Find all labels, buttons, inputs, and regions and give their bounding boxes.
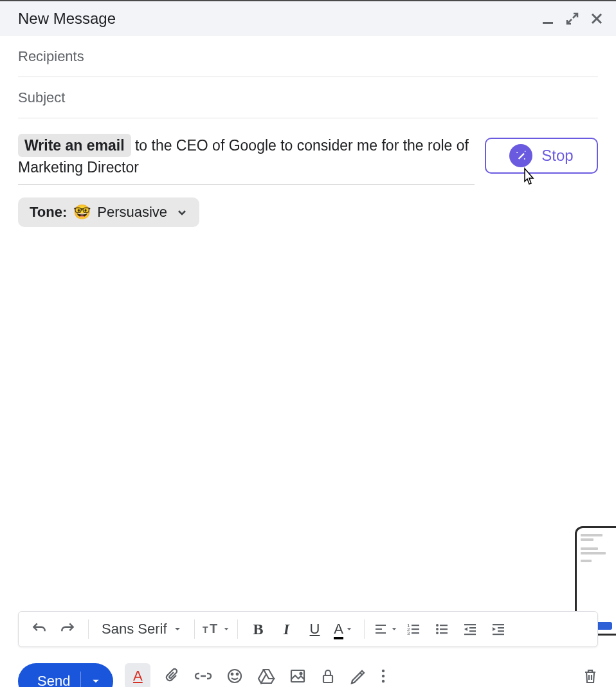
svg-point-12 — [436, 624, 439, 627]
text-color-glyph: A — [334, 621, 343, 637]
svg-point-16 — [436, 632, 439, 634]
stop-button[interactable]: Stop — [485, 138, 598, 174]
numbered-list-button[interactable]: 1 2 3 — [401, 616, 426, 642]
svg-point-2 — [524, 158, 525, 160]
recipients-field[interactable]: Recipients — [18, 36, 598, 77]
stop-button-label: Stop — [541, 147, 573, 165]
svg-text:T: T — [203, 625, 208, 635]
action-bar: Send A — [18, 652, 598, 687]
compose-title: New Message — [18, 10, 116, 28]
insert-image-icon[interactable] — [289, 668, 306, 684]
ai-prompt-text: Write an email to the CEO of Google to c… — [18, 134, 475, 178]
insert-drive-icon[interactable] — [257, 668, 275, 684]
indent-less-button[interactable] — [457, 616, 483, 642]
svg-point-34 — [382, 680, 385, 682]
svg-rect-9 — [412, 628, 419, 630]
svg-point-28 — [237, 673, 239, 675]
italic-button[interactable]: I — [274, 616, 300, 642]
compose-action-icons: A — [125, 663, 386, 687]
cursor-icon — [518, 167, 536, 187]
svg-point-32 — [382, 670, 385, 672]
svg-text:T: T — [210, 621, 217, 636]
svg-rect-17 — [440, 632, 448, 634]
tone-label: Tone: — [30, 204, 67, 221]
send-split-divider — [80, 672, 81, 687]
compose-fields: Recipients Subject — [0, 36, 616, 118]
minimize-icon[interactable] — [541, 12, 554, 25]
formatting-toolbar: Sans Serif T T B I U A 1 2 3 — [18, 611, 598, 647]
insert-link-icon[interactable] — [194, 668, 212, 684]
svg-point-27 — [231, 673, 233, 675]
svg-rect-20 — [469, 630, 476, 632]
chevron-down-icon — [176, 206, 188, 218]
more-options-icon[interactable] — [381, 668, 386, 684]
svg-point-30 — [300, 673, 302, 675]
font-size-button[interactable]: T T — [203, 616, 230, 642]
svg-point-14 — [436, 628, 439, 630]
tone-value: Persuasive — [97, 204, 167, 221]
font-name: Sans Serif — [102, 621, 167, 637]
align-button[interactable] — [372, 616, 398, 642]
ai-prompt-area: Write an email to the CEO of Google to c… — [0, 118, 616, 185]
undo-button[interactable] — [26, 616, 52, 642]
attach-file-icon[interactable] — [165, 668, 180, 684]
svg-text:3: 3 — [407, 630, 410, 636]
text-color-button[interactable]: A — [331, 616, 356, 642]
tone-selector[interactable]: Tone: 🤓 Persuasive — [18, 197, 199, 227]
svg-rect-7 — [412, 625, 419, 626]
svg-rect-29 — [291, 670, 304, 682]
confidential-mode-icon[interactable] — [320, 668, 336, 684]
subject-field[interactable]: Subject — [18, 77, 598, 118]
svg-rect-18 — [464, 624, 476, 625]
svg-rect-22 — [493, 624, 504, 625]
svg-rect-19 — [469, 627, 476, 628]
svg-point-33 — [382, 675, 385, 677]
send-button-label: Send — [37, 673, 70, 687]
ai-prompt-input[interactable]: Write an email to the CEO of Google to c… — [18, 134, 475, 185]
svg-point-3 — [525, 151, 526, 152]
svg-rect-15 — [440, 628, 448, 630]
underline-button[interactable]: U — [302, 616, 328, 642]
close-icon[interactable] — [590, 12, 603, 25]
svg-rect-25 — [493, 634, 504, 635]
bulleted-list-button[interactable] — [429, 616, 455, 642]
svg-rect-13 — [440, 625, 448, 626]
insert-emoji-icon[interactable] — [226, 668, 243, 684]
svg-rect-23 — [498, 627, 504, 628]
send-options-caret-icon[interactable] — [91, 677, 113, 686]
redo-button[interactable] — [55, 616, 80, 642]
font-selector[interactable]: Sans Serif — [96, 621, 186, 637]
tone-emoji-icon: 🤓 — [73, 204, 91, 221]
svg-point-1 — [516, 152, 518, 153]
window-controls — [541, 12, 603, 25]
text-styling-button[interactable]: A — [125, 663, 150, 687]
tone-row: Tone: 🤓 Persuasive — [0, 185, 616, 240]
magic-wand-icon — [509, 144, 532, 167]
indent-more-button[interactable] — [485, 616, 511, 642]
svg-rect-11 — [412, 632, 419, 634]
expand-icon[interactable] — [566, 12, 579, 25]
svg-rect-24 — [498, 630, 504, 632]
insert-signature-icon[interactable] — [350, 668, 367, 684]
svg-rect-0 — [543, 22, 553, 24]
compose-header: New Message — [0, 0, 616, 36]
discard-draft-icon[interactable] — [583, 668, 598, 684]
svg-point-26 — [228, 670, 241, 682]
send-button[interactable]: Send — [18, 663, 113, 687]
bold-button[interactable]: B — [246, 616, 271, 642]
ai-prompt-pill: Write an email — [18, 134, 131, 157]
svg-rect-21 — [464, 634, 476, 635]
svg-rect-31 — [323, 675, 332, 682]
